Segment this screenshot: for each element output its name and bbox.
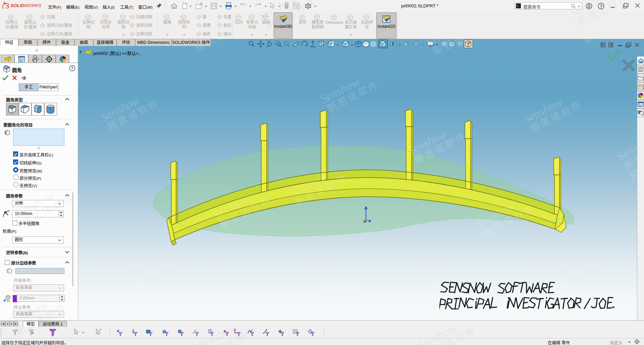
svg-text:?: ? xyxy=(600,4,602,9)
svg-text:?: ? xyxy=(71,66,73,71)
svg-text:D1: D1 xyxy=(7,299,10,302)
